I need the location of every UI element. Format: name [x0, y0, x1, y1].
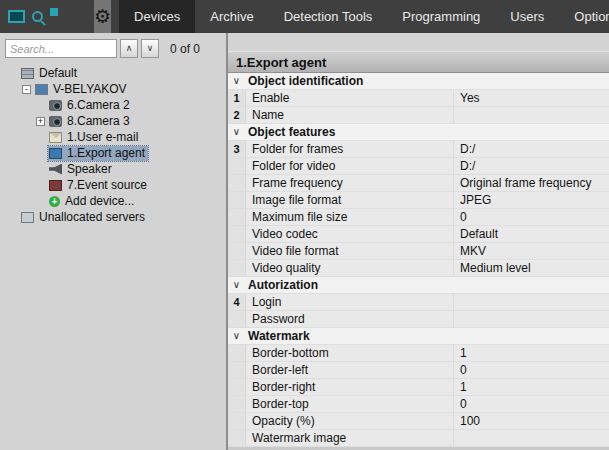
chevron-down-icon: ∨: [228, 277, 246, 293]
property-value[interactable]: Default: [454, 226, 609, 242]
tree-item-label: 8.Camera 3: [67, 114, 130, 128]
menu-item-archive[interactable]: Archive: [195, 0, 268, 33]
search-prev-button[interactable]: ∧: [120, 39, 138, 58]
row-number: [228, 430, 246, 446]
tree-item-label: V-BELYAKOV: [53, 82, 127, 96]
property-name: Border-left: [246, 362, 454, 378]
tree-item-body: Unallocated servers: [20, 210, 148, 225]
tree-item-body: 8.Camera 3: [48, 114, 133, 129]
menu-item-programming[interactable]: Programming: [387, 0, 495, 33]
tree-item[interactable]: 1.User e-mail: [5, 129, 222, 145]
add-icon: [49, 196, 60, 207]
display-icon[interactable]: [8, 10, 25, 23]
tree-item[interactable]: Speaker: [5, 161, 222, 177]
property-value[interactable]: D:/: [454, 158, 609, 174]
tree-item-body: 7.Event source: [48, 178, 150, 193]
menu-item-devices[interactable]: Devices: [119, 0, 195, 33]
menu-item-options[interactable]: Options: [559, 0, 609, 33]
tree-item[interactable]: Default: [5, 65, 222, 81]
property-row: Border-right1: [228, 379, 609, 396]
property-value[interactable]: [454, 107, 609, 123]
tree-item-body: 1.Export agent: [48, 146, 148, 161]
property-value[interactable]: 0: [454, 396, 609, 412]
property-value[interactable]: Medium level: [454, 260, 609, 276]
property-row: Opacity (%)100: [228, 413, 609, 430]
property-row: 1EnableYes: [228, 90, 609, 107]
property-name: Frame frequency: [246, 175, 454, 191]
camera-icon: [49, 100, 62, 111]
property-value[interactable]: 0: [454, 362, 609, 378]
tree-item-label: 6.Camera 2: [67, 98, 130, 112]
tree-item[interactable]: 6.Camera 2: [5, 97, 222, 113]
tree-item-body: 6.Camera 2: [48, 98, 133, 113]
property-value[interactable]: 1: [454, 379, 609, 395]
expander-minus-icon[interactable]: -: [22, 85, 31, 94]
tree-item-label: 1.Export agent: [67, 146, 145, 160]
row-number: [228, 175, 246, 191]
row-number: [228, 260, 246, 276]
property-value[interactable]: [454, 294, 609, 310]
panel-icon[interactable]: [50, 8, 58, 16]
row-number: [228, 209, 246, 225]
search-icon[interactable]: [32, 11, 43, 22]
expander-plus-icon[interactable]: +: [36, 117, 45, 126]
tree-item-label: 7.Event source: [67, 178, 147, 192]
tree-item[interactable]: +8.Camera 3: [5, 113, 222, 129]
tree-item[interactable]: 1.Export agent: [5, 145, 222, 161]
property-value[interactable]: MKV: [454, 243, 609, 259]
property-value[interactable]: 0: [454, 209, 609, 225]
property-value[interactable]: [454, 311, 609, 327]
row-number: 4: [228, 294, 246, 310]
property-value[interactable]: JPEG: [454, 192, 609, 208]
property-group-header[interactable]: ∨Object identification: [228, 73, 609, 90]
property-row: Border-top0: [228, 396, 609, 413]
property-group-header[interactable]: ∨Object features: [228, 124, 609, 141]
tree-item[interactable]: Add device...: [5, 193, 222, 209]
menu-item-users[interactable]: Users: [495, 0, 559, 33]
property-panel: 1.Export agent ∨Object identification1En…: [228, 33, 609, 450]
tree-item[interactable]: -V-BELYAKOV: [5, 81, 222, 97]
chevron-down-icon: ∨: [228, 328, 246, 344]
property-value[interactable]: [454, 430, 609, 446]
group-label: Object identification: [246, 73, 363, 89]
property-value[interactable]: 100: [454, 413, 609, 429]
device-tree: Default-V-BELYAKOV6.Camera 2+8.Camera 31…: [5, 65, 222, 225]
property-group-header[interactable]: ∨Autorization: [228, 277, 609, 294]
tree-item[interactable]: Unallocated servers: [5, 209, 222, 225]
property-name: Video quality: [246, 260, 454, 276]
settings-gear-button[interactable]: ⚙: [94, 0, 111, 33]
property-name: Watermark image: [246, 430, 454, 446]
row-number: [228, 396, 246, 412]
row-number: [228, 362, 246, 378]
tree-item[interactable]: 7.Event source: [5, 177, 222, 193]
property-row: Maximum file size0: [228, 209, 609, 226]
search-next-button[interactable]: ∨: [141, 39, 159, 58]
property-name: Folder for video: [246, 158, 454, 174]
property-row: Video qualityMedium level: [228, 260, 609, 277]
property-value[interactable]: 1: [454, 345, 609, 361]
tree-item-label: 1.User e-mail: [67, 130, 138, 144]
property-name: Name: [246, 107, 454, 123]
group-label: Object features: [246, 124, 335, 140]
property-row: Video file formatMKV: [228, 243, 609, 260]
tree-item-body: 1.User e-mail: [48, 130, 141, 145]
event-icon: [49, 180, 62, 191]
group-label: Autorization: [246, 277, 318, 293]
property-value[interactable]: Original frame frequency: [454, 175, 609, 191]
menu-item-detection-tools[interactable]: Detection Tools: [269, 0, 388, 33]
property-group-header[interactable]: ∨Watermark: [228, 328, 609, 345]
property-value[interactable]: Yes: [454, 90, 609, 106]
row-number: [228, 158, 246, 174]
row-number: [228, 192, 246, 208]
search-row: ∧ ∨ 0 of 0: [5, 39, 222, 58]
search-result-counter: 0 of 0: [170, 42, 200, 56]
property-value[interactable]: D:/: [454, 141, 609, 157]
property-row: Border-bottom1: [228, 345, 609, 362]
search-input[interactable]: [5, 39, 117, 58]
tree-item-label: Add device...: [65, 194, 134, 208]
property-row: Password: [228, 311, 609, 328]
property-name: Enable: [246, 90, 454, 106]
sidebar: ∧ ∨ 0 of 0 Default-V-BELYAKOV6.Camera 2+…: [0, 33, 228, 450]
row-number: [228, 226, 246, 242]
tree-item-body: Add device...: [48, 194, 137, 209]
